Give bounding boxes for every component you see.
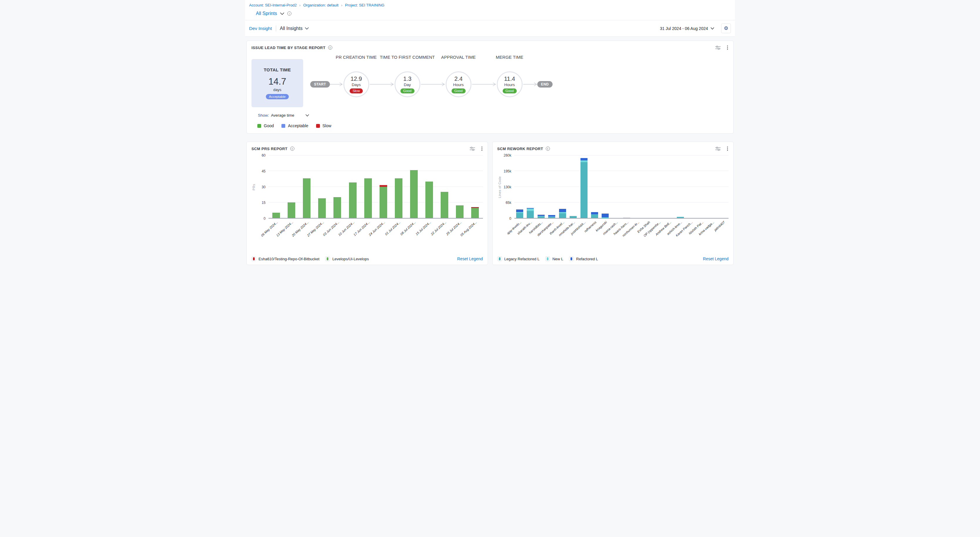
- bar[interactable]: [709, 156, 716, 218]
- reset-legend-link[interactable]: Reset Legend: [703, 256, 729, 261]
- panel-header: ISSUE LEAD TIME BY STAGE REPORT: [251, 45, 729, 50]
- bar[interactable]: [272, 156, 280, 218]
- stage-circle: 12.9 Days Slow: [344, 71, 369, 97]
- legend-item[interactable]: Esha610/Testing-Repo-Of-Bitbucket: [251, 256, 319, 261]
- bar[interactable]: [591, 156, 598, 218]
- bar[interactable]: [666, 156, 673, 218]
- reset-legend-link[interactable]: Reset Legend: [457, 256, 483, 261]
- bar[interactable]: [655, 156, 662, 218]
- info-icon[interactable]: [328, 46, 332, 50]
- bar[interactable]: [559, 156, 566, 218]
- bar[interactable]: [288, 156, 295, 218]
- bar-slot: [675, 156, 686, 218]
- bar[interactable]: [644, 156, 652, 218]
- filter-sliders-icon[interactable]: [715, 146, 721, 151]
- legend-item[interactable]: Legacy Refactored L: [497, 256, 539, 261]
- stage-merge-time[interactable]: MERGE TIME 11.4 Hours Good: [497, 71, 523, 97]
- bar[interactable]: [471, 156, 479, 218]
- bar[interactable]: [303, 156, 310, 218]
- stage-pr-creation-time[interactable]: PR CREATION TIME 12.9 Days Slow: [344, 71, 369, 97]
- bar[interactable]: [677, 156, 684, 218]
- bar[interactable]: [581, 156, 587, 218]
- panel-header: SCM REWORK REPORT: [497, 146, 729, 151]
- filter-sliders-icon[interactable]: [470, 146, 475, 151]
- kebab-menu-icon[interactable]: [727, 146, 729, 151]
- bar[interactable]: [456, 156, 464, 218]
- bar-segment: [349, 183, 356, 218]
- bar[interactable]: [720, 156, 727, 218]
- info-icon[interactable]: [546, 146, 550, 151]
- insight-selector[interactable]: All Insights: [280, 26, 309, 31]
- end-node: END: [537, 81, 552, 87]
- bar[interactable]: [318, 156, 326, 218]
- legend-item[interactable]: Refactored L: [569, 256, 598, 261]
- y-tick-label: 0: [264, 217, 266, 220]
- bar-slot: [269, 156, 284, 218]
- bar[interactable]: [570, 156, 577, 218]
- stage-time-to-first-comment[interactable]: TIME TO FIRST COMMENT 1.3 Day Good: [395, 71, 420, 97]
- sprint-selector-row: All Sprints: [245, 8, 735, 20]
- legend-label: Refactored L: [576, 257, 598, 261]
- panel-actions: [715, 45, 729, 50]
- breadcrumb-account-link[interactable]: Account: SEI-Internal-Prod2: [249, 3, 297, 7]
- bar[interactable]: [538, 156, 545, 218]
- bar[interactable]: [601, 156, 609, 218]
- chevron-down-icon[interactable]: [280, 12, 284, 15]
- date-range-selector[interactable]: 31 Jul 2024 - 06 Aug 2024: [660, 26, 714, 31]
- bar[interactable]: [516, 156, 523, 218]
- settings-button[interactable]: [721, 24, 731, 33]
- bar-segment: [516, 213, 523, 218]
- legend-item[interactable]: Levelops/Ui-Levelops: [325, 256, 369, 261]
- bar-slot: [468, 156, 483, 218]
- total-time-card: TOTAL TIME 14.7 days Acceptable: [251, 59, 303, 107]
- bar-segment: [288, 202, 295, 218]
- bar[interactable]: [527, 156, 534, 218]
- x-tick: 08 Jul 2024...: [406, 219, 422, 238]
- sprint-selector[interactable]: All Sprints: [256, 11, 277, 16]
- bar[interactable]: [364, 156, 372, 218]
- legend-swatch: [282, 124, 285, 128]
- bar-slot: [345, 156, 360, 218]
- info-icon[interactable]: [290, 146, 294, 151]
- bar[interactable]: [441, 156, 448, 218]
- x-tick: 24 Jun 2024...: [376, 219, 391, 238]
- breadcrumb-organization-link[interactable]: Organization: default: [303, 3, 339, 7]
- bar[interactable]: [349, 156, 356, 218]
- bar-segment: [527, 211, 534, 218]
- bar-slot: [664, 156, 675, 218]
- breadcrumb: Account: SEI-Internal-Prod2 › Organizati…: [245, 0, 735, 8]
- bar[interactable]: [612, 156, 620, 218]
- bar[interactable]: [687, 156, 694, 218]
- legend-item[interactable]: New L: [545, 256, 563, 261]
- bar-slot: [718, 156, 728, 218]
- bar[interactable]: [425, 156, 433, 218]
- x-tick: 17 Jun 2024...: [360, 219, 376, 238]
- bar[interactable]: [395, 156, 402, 218]
- bar-slot: [452, 156, 468, 218]
- bar[interactable]: [380, 156, 387, 218]
- show-selector[interactable]: Show: Average time: [258, 113, 309, 118]
- dev-insight-link[interactable]: Dev Insight: [249, 26, 272, 31]
- bar[interactable]: [623, 156, 630, 218]
- stage-approval-time[interactable]: APPROVAL TIME 2.4 Hours Good: [445, 71, 471, 97]
- bar[interactable]: [698, 156, 705, 218]
- bar-slot: [568, 156, 578, 218]
- stage-title: PR CREATION TIME: [328, 54, 384, 60]
- flow-arrow-icon: [472, 82, 496, 87]
- bar[interactable]: [634, 156, 641, 218]
- bar[interactable]: [410, 156, 418, 218]
- kebab-menu-icon[interactable]: [727, 45, 729, 50]
- stage-title: TIME TO FIRST COMMENT: [380, 54, 435, 60]
- panel-title-text: SCM REWORK REPORT: [497, 146, 543, 151]
- info-icon[interactable]: [287, 11, 291, 16]
- bar-segment: [410, 170, 418, 218]
- bar[interactable]: [333, 156, 341, 218]
- bar-slot: [360, 156, 376, 218]
- bar[interactable]: [548, 156, 555, 218]
- x-tick: 27 May 2024...: [314, 219, 329, 238]
- breadcrumb-project-link[interactable]: Project: SEI TRAINING: [345, 3, 385, 7]
- filter-sliders-icon[interactable]: [715, 46, 721, 50]
- chart-panels-row: SCM PRS REPORT PRs01530456006 May 2024..…: [247, 141, 733, 265]
- kebab-menu-icon[interactable]: [481, 146, 483, 151]
- lead-time-body: TOTAL TIME 14.7 days Acceptable START PR…: [251, 52, 729, 107]
